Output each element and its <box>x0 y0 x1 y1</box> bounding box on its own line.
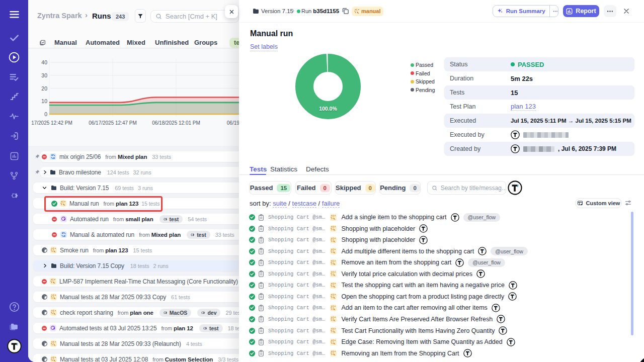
svg-text:06/17/2025 12:47 PM: 06/17/2025 12:47 PM <box>89 120 137 126</box>
svg-text:100.0%: 100.0% <box>319 106 337 112</box>
svg-text:06/18/2025 12:01 PM: 06/18/2025 12:01 PM <box>152 120 200 126</box>
svg-text:30: 30 <box>41 72 47 78</box>
svg-text:17/2025 12:42 PM: 17/2025 12:42 PM <box>31 120 72 126</box>
svg-text:0: 0 <box>44 111 47 117</box>
svg-text:20: 20 <box>41 85 47 92</box>
svg-text:10: 10 <box>41 98 47 104</box>
svg-text:40: 40 <box>41 59 47 65</box>
